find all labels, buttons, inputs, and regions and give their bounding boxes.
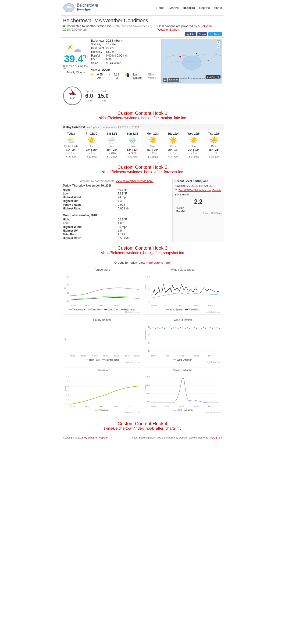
nav-graphs[interactable]: Graphs [169,6,179,10]
custom-hook-3: Custom Content Hook 3 skins/Belchertown/… [61,242,224,258]
forecast-day-0: Today ⛅ Partly Cloudy 41° | 24° ▼ 0 in ⬆… [61,130,81,161]
svg-text:10:00: 10:00 [125,355,130,357]
nav-records[interactable]: Records [183,6,195,10]
nav-about[interactable]: About [214,6,222,10]
rain-chart-title: Hourly Rainfall [64,318,140,322]
winddir-chart-svg: N W E N [145,323,221,358]
month-huv: 2.5 [118,229,171,232]
zoom-out-btn[interactable]: − [217,45,221,48]
fb-share-button[interactable]: Share [197,32,207,36]
temp-chart: Temperature 40 35 30 25 [63,267,141,315]
winddir-chart: Wind Direction N W E N [144,317,222,365]
svg-text:06:00: 06:00 [179,355,184,357]
today-high: 40.7 °F [118,188,171,192]
conditions-center: Barometer 29.88 inHg ↗ Visibility 10 mil… [91,39,159,84]
today-high-label: High: [63,188,116,192]
rain-chart-legend: Rain Rate Rainfall Total [64,358,140,361]
svg-text:29.8: 29.8 [66,404,70,405]
svg-point-73 [185,328,186,329]
svg-text:N: N [148,326,150,328]
logo[interactable]: ● Belchertown Weather [63,2,98,14]
svg-text:03:00: 03:00 [84,304,88,307]
eq-mag-value: 2.2 [175,198,222,205]
svg-text:(W/m²): (W/m²) [145,385,147,390]
baro-chart: Barometer 29.92 29.9 29.88 29.86 29.84 2… [63,367,141,415]
svg-text:06:00: 06:00 [99,304,103,307]
sunset-icon: ● [108,73,110,80]
records-view-link[interactable]: View all weather records here. [116,180,153,183]
rainfall-value: 0.00 in | 0.00 in/hr [106,54,159,57]
custom-hook-4: Custom Content Hook 4 skins/Belchertown/… [61,418,224,434]
wind-chart-area: 20 10 0 29 Nov 03:00 06:00 09:00 12:00 (… [145,272,221,308]
svg-text:29.92: 29.92 [65,376,69,378]
svg-text:0: 0 [68,338,69,341]
svg-point-8 [196,53,197,54]
cloud-icon: ☁ [73,44,81,54]
svg-text:29 Nov: 29 Nov [151,355,157,357]
wind-speed: Speed 6.0 mph [85,90,93,102]
svg-text:10: 10 [147,288,150,290]
footer-site-link[interactable]: My Weather Website [84,436,108,439]
vis-label: Visibility [91,43,104,46]
nav-reports[interactable]: Reports [199,6,210,10]
custom-hook-3-path: skins/Belchertown/index_hook_after_snaps… [63,251,222,255]
svg-text:12:00: 12:00 [208,355,213,357]
eq-location-link[interactable]: 7km WSW of Sainte-Martine, Canada [179,189,221,192]
graphs-title: Graphs for today. View more graphs here. [63,261,222,264]
records-month-grid: High: 66.3 °F Low: 1.6 °F Highest Wind: … [63,218,171,240]
wind-chart-credit: Highcharts.com [145,311,221,313]
svg-text:29.82: 29.82 [65,399,69,401]
page-footer: Copyright © 2018 My Weather Website Neve… [61,434,224,441]
sun-icon: ☀ [66,42,74,52]
forecast-day-5: Tue 12/4 ☀️ Clear 35° | 18° ▼ 0 in ⬆ 23 … [163,130,183,161]
svg-text:100: 100 [146,400,150,402]
svg-point-60 [155,328,156,329]
today-rain: 0.00 in [118,203,171,206]
svg-text:09:00: 09:00 [114,304,118,307]
temp-chart-legend: Temperature Dew Point Wind Chill Heat In… [64,308,140,311]
svg-point-88 [219,328,220,329]
conditions-panel: ☀ ☁ 39.4 °F High 40.7 °F Low 34.3 °F Mos… [61,38,224,85]
dew-label: Dew Point [91,46,104,50]
custom-hook-3-title: Custom Content Hook 3 [63,246,222,251]
forecast-days: Today ⛅ Partly Cloudy 41° | 24° ▼ 0 in ⬆… [61,130,224,161]
svg-point-83 [207,328,208,328]
records-today-grid: High: 40.7 °F Low: 34.3 °F Highest Wind:… [63,188,171,210]
forecast-day-7: Thu 12/6 ☀️ Clear 38° | 21° ▼ 0% ⬆ 21 mp… [204,130,224,161]
svg-point-3 [69,6,72,9]
wind-gust: Gust 15.0 mph [98,90,109,102]
zoom-in-btn[interactable]: + [217,40,221,44]
svg-text:12:00: 12:00 [127,304,132,307]
svg-text:12:00: 12:00 [134,355,139,357]
sunset-time: 4:19 PM [114,73,121,80]
records-left: Weather Record Snapshots. View all weath… [61,178,173,242]
today-hw: 24 mph [118,196,171,199]
map-play-btn[interactable]: ▶ [163,78,167,82]
temp-unit: °F [83,54,88,59]
svg-point-71 [180,327,181,328]
solar-chart-legend: Solar Radiation [145,409,221,412]
svg-text:29 Nov: 29 Nov [151,405,157,407]
tw-tweet-button[interactable]: 🐦 Tweet [208,32,222,36]
winddir-chart-credit: Highcharts.com [145,361,221,364]
svg-text:03:00: 03:00 [164,304,169,307]
fb-like-button[interactable]: 👍 Like [185,32,196,36]
svg-text:06:00: 06:00 [103,355,108,357]
eq-detail: November 25, 2018, 8:34 AM EST 📍 7km WSW… [175,184,222,197]
svg-text:29 Nov: 29 Nov [70,304,76,307]
svg-point-9 [208,60,209,61]
footer-theme-author[interactable]: Pat O'Brien [209,436,222,439]
wind-chart-legend: Wind Speed Wind Gust [145,308,221,311]
svg-text:20: 20 [147,276,150,278]
graphs-view-link[interactable]: View more graphs here. [139,261,171,264]
eq-long: -73.885° [175,206,222,209]
conditions-map: 📡 Windy Radar, lightning ⚡ Awesome weath… [161,39,222,84]
svg-point-77 [194,327,195,328]
svg-text:29.88: 29.88 [65,385,69,387]
humidity-label: Humidity [91,50,104,54]
svg-text:09:00: 09:00 [194,355,199,357]
nav-home[interactable]: Home [156,6,164,10]
uv-value: 0.38 [106,58,159,61]
temp-chart-area: 40 35 30 25 [64,272,140,308]
svg-text:12:00: 12:00 [208,405,213,407]
